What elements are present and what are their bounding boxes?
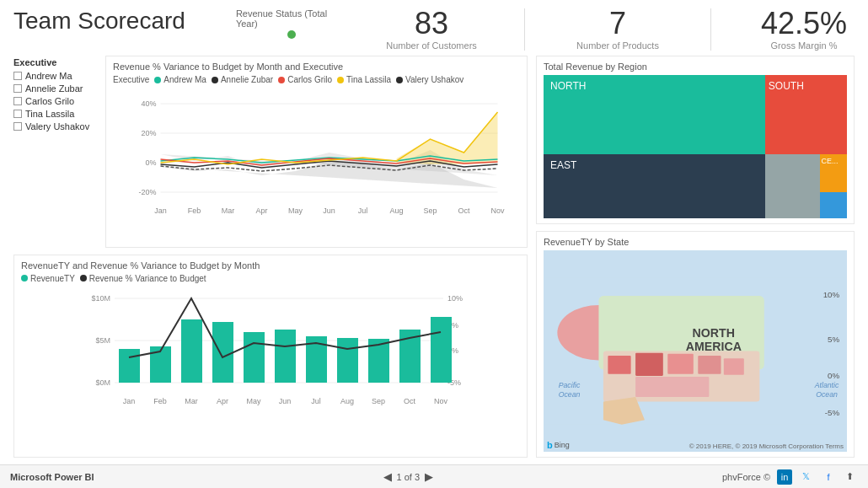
filter-label-2: Carlos Grilo (25, 96, 74, 106)
svg-text:40%: 40% (141, 99, 156, 108)
status-indicator (287, 30, 296, 39)
linkedin-icon[interactable]: in (777, 469, 792, 485)
twitter-icon[interactable]: 𝕏 (799, 469, 814, 485)
svg-text:$5M: $5M (95, 336, 110, 345)
svg-rect-63 (635, 377, 709, 397)
legend-variance-budget: Revenue % Variance to Budget (80, 274, 206, 283)
facebook-icon[interactable]: f (821, 469, 836, 485)
map-copyright: © 2019 HERE, © 2019 Microsoft Corporatio… (689, 442, 844, 450)
svg-marker-10 (397, 112, 498, 164)
svg-text:Jan: Jan (123, 397, 136, 405)
filter-item-0[interactable]: Andrew Ma (13, 71, 102, 81)
treemap-container: NORTH SOUTH EAST CE... (544, 75, 847, 218)
kpi-customers-label: Number of Customers (381, 40, 482, 51)
revenue-ty-chart: RevenueTY and Revenue % Variance to Budg… (13, 255, 528, 459)
svg-text:-5%: -5% (825, 408, 840, 417)
revenue-ty-legend: RevenueTY Revenue % Variance to Budget (21, 274, 520, 283)
app-name-label: Microsoft Power BI (10, 472, 94, 482)
kpi-customers-value: 83 (381, 8, 482, 39)
filter-label-0: Andrew Ma (25, 71, 72, 81)
variance-chart-title: Revenue % Variance to Budget by Month an… (113, 62, 520, 72)
filter-checkbox-0[interactable] (13, 72, 22, 80)
svg-text:10%: 10% (447, 294, 463, 303)
treemap-chart: Total Revenue by Region NORTH SOUTH EAST… (536, 56, 855, 224)
treemap-central-label: CE... (822, 157, 839, 165)
kpi-divider-1 (524, 8, 525, 51)
svg-text:Mar: Mar (185, 397, 198, 405)
treemap-title: Total Revenue by Region (544, 62, 847, 72)
map-title: RevenueTY by State (544, 237, 847, 247)
bing-label: Bing (555, 441, 570, 449)
svg-text:$10M: $10M (91, 294, 110, 303)
filter-label-1: Annelie Zubar (25, 83, 83, 94)
pagination: ◀ 1 of 3 ▶ (383, 470, 434, 483)
svg-text:Jul: Jul (311, 397, 321, 405)
svg-text:Aug: Aug (340, 397, 354, 405)
kpi-divider-2 (710, 8, 711, 51)
svg-text:Apr: Apr (217, 397, 228, 405)
svg-text:10%: 10% (823, 290, 840, 299)
treemap-east-label: EAST (550, 159, 576, 171)
svg-text:Aug: Aug (389, 206, 403, 215)
svg-rect-35 (212, 322, 233, 383)
svg-rect-60 (667, 354, 694, 374)
filter-title: Executive (13, 57, 102, 67)
bing-icon: b (547, 440, 553, 450)
filter-checkbox-2[interactable] (13, 97, 22, 105)
variance-chart: Revenue % Variance to Budget by Month an… (105, 56, 528, 248)
svg-rect-59 (635, 353, 663, 376)
svg-text:Jul: Jul (358, 206, 368, 215)
svg-text:Feb: Feb (153, 397, 167, 405)
share-icon[interactable]: ⬆ (843, 469, 858, 485)
legend-label-variance-budget: Revenue % Variance to Budget (89, 274, 206, 283)
svg-text:Ocean: Ocean (559, 390, 581, 399)
kpi-products-value: 7 (567, 8, 668, 39)
map-container: 10% 5% 0% -5% NORTH AMERICA Pacific Ocea… (544, 250, 847, 452)
treemap-south-label: SOUTH (769, 80, 804, 92)
svg-text:May: May (288, 206, 303, 215)
filter-item-2[interactable]: Carlos Grilo (13, 96, 102, 106)
svg-text:Oct: Oct (404, 397, 416, 405)
executive-filter: Executive Andrew Ma Annelie Zubar Carlos… (13, 56, 102, 248)
svg-text:Nov: Nov (434, 397, 448, 405)
treemap-south: SOUTH (765, 75, 847, 154)
kpi-customers: 83 Number of Customers (381, 8, 482, 51)
svg-text:Feb: Feb (188, 206, 201, 215)
map-chart: RevenueTY by State (536, 231, 855, 458)
svg-text:Sep: Sep (372, 397, 385, 405)
svg-text:20%: 20% (141, 129, 156, 137)
svg-rect-37 (275, 330, 296, 383)
revenue-ty-svg: $10M $5M $0M 10% 5% 0% -5% (21, 286, 520, 416)
filter-checkbox-1[interactable] (13, 84, 22, 93)
filter-checkbox-3[interactable] (13, 110, 22, 118)
filter-item-4[interactable]: Valery Ushakov (13, 121, 102, 131)
svg-text:Pacific: Pacific (559, 381, 581, 389)
svg-text:5%: 5% (828, 335, 839, 344)
svg-rect-58 (608, 356, 630, 374)
legend-label-valery: Valery Ushakov (405, 75, 463, 84)
legend-label-annelie: Annelie Zubar (221, 75, 273, 84)
legend-dot-revenue-ty (21, 275, 28, 282)
svg-text:Oct: Oct (458, 206, 470, 215)
svg-text:Jun: Jun (323, 206, 335, 215)
legend-carlos: Carlos Grilo (278, 75, 332, 84)
svg-text:Mar: Mar (222, 206, 235, 215)
legend-dot-tina (337, 77, 344, 83)
filter-checkbox-4[interactable] (13, 122, 22, 131)
legend-label-carlos: Carlos Grilo (287, 75, 332, 84)
legend-annelie: Annelie Zubar (212, 75, 273, 84)
svg-text:NORTH: NORTH (693, 326, 735, 340)
legend-dot-andrew (154, 77, 161, 83)
filter-item-3[interactable]: Tina Lassila (13, 109, 102, 119)
filter-item-1[interactable]: Annelie Zubar (13, 83, 102, 94)
legend-executive-label: Executive (113, 75, 149, 84)
legend-label-revenue-ty: RevenueTY (30, 274, 75, 283)
kpi-products-label: Number of Products (567, 40, 668, 51)
legend-tina: Tina Lassila (337, 75, 391, 84)
next-page-button[interactable]: ▶ (425, 470, 433, 483)
prev-page-button[interactable]: ◀ (383, 470, 392, 483)
svg-text:Atlantic: Atlantic (814, 381, 839, 389)
svg-rect-42 (431, 317, 452, 383)
svg-rect-34 (181, 319, 202, 383)
svg-rect-36 (244, 332, 265, 383)
